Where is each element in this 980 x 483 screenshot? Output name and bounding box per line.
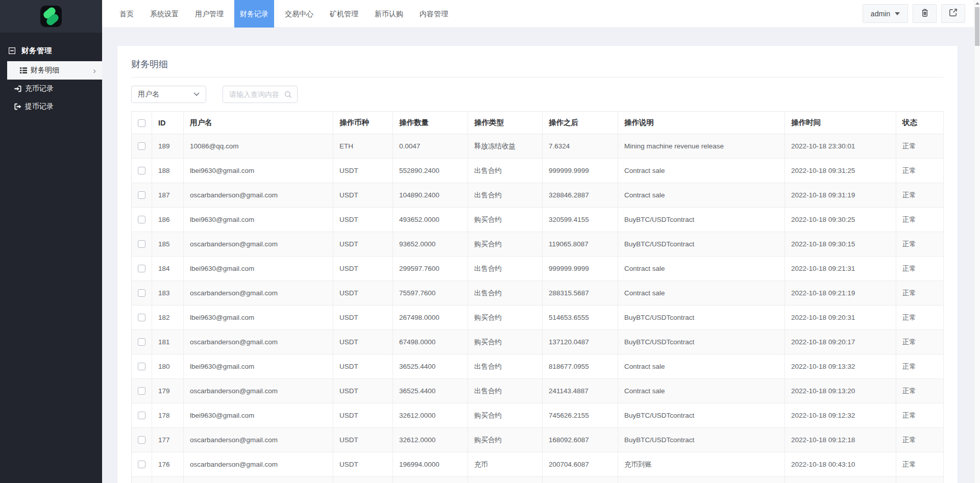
cell-status: 正常 — [896, 354, 944, 379]
cell-desc: Contract sale — [618, 281, 785, 306]
cell-id: 176 — [152, 452, 184, 477]
cell-amount: 93652.0000 — [393, 232, 468, 257]
sidebar-item-deposit-records[interactable]: 充币记录 — [0, 80, 102, 97]
cell-username: lbei9630@gmail.com — [184, 403, 333, 428]
row-select-cell — [132, 281, 152, 306]
cell-coin: USDT — [333, 403, 393, 428]
row-checkbox[interactable] — [138, 216, 145, 223]
nav-tab-3[interactable]: 财务记录 — [234, 0, 274, 28]
row-checkbox[interactable] — [138, 387, 145, 395]
cell-after: 288315.5687 — [543, 281, 618, 306]
scrollbar-up-arrow[interactable] — [974, 0, 980, 7]
row-checkbox[interactable] — [138, 289, 145, 297]
sidebar-item-withdraw-records[interactable]: 提币记录 — [0, 97, 102, 115]
row-checkbox[interactable] — [138, 167, 145, 174]
cell-coin: ETH — [333, 134, 393, 159]
row-checkbox[interactable] — [138, 338, 145, 346]
nav-tab-6[interactable]: 新币认购 — [369, 0, 409, 28]
row-checkbox[interactable] — [138, 265, 145, 272]
cell-username: lbei9630@gmail.com — [184, 354, 333, 379]
cell-desc: Contract sale — [618, 159, 785, 183]
cell-type: 出售合约 — [468, 257, 543, 281]
row-checkbox[interactable] — [138, 191, 145, 199]
cell-coin: USDT — [333, 232, 393, 257]
cell-desc: Contract sale — [618, 257, 785, 281]
trash-icon — [921, 8, 929, 19]
cell-after: 7.6324 — [543, 134, 618, 159]
row-select-cell — [132, 403, 152, 428]
cell-amount — [393, 477, 468, 483]
row-select-cell — [132, 477, 152, 483]
cell-time — [785, 477, 896, 483]
list-icon — [20, 67, 27, 74]
cell-id: 180 — [152, 354, 184, 379]
nav-tab-1[interactable]: 系统设置 — [144, 0, 184, 28]
cell-desc: BuyBTC/USDTcontract — [618, 428, 785, 452]
cell-id: 178 — [152, 403, 184, 428]
sidebar-item-finance-detail[interactable]: 财务明细 › — [7, 61, 102, 80]
cell-username: lbei9630@gmail.com — [184, 159, 333, 183]
sidebar-group-label: 财务管理 — [21, 46, 52, 56]
cell-amount: 75597.7600 — [393, 281, 468, 306]
cell-username: oscarbanderson@gmail.com — [184, 330, 333, 354]
row-select-cell — [132, 183, 152, 208]
row-checkbox[interactable] — [138, 314, 145, 321]
row-checkbox[interactable] — [138, 412, 145, 419]
records-table: ID用户名操作币种操作数量操作类型操作之后操作说明操作时间状态 18910086… — [131, 111, 944, 483]
select-all-checkbox[interactable] — [138, 119, 145, 127]
sidebar: 财务管理 财务明细 › 充币记录 提币记录 — [0, 0, 102, 483]
cell-username: lbei9630@gmail.com — [184, 257, 333, 281]
row-checkbox[interactable] — [138, 240, 145, 248]
export-button[interactable] — [941, 4, 965, 23]
row-select-cell — [132, 330, 152, 354]
cell-coin: USDT — [333, 281, 393, 306]
nav-tab-4[interactable]: 交易中心 — [279, 0, 319, 28]
column-header-5: 操作之后 — [543, 112, 618, 134]
cell-username: oscarbanderson@gmail.com — [184, 428, 333, 452]
content-card: 财务明细 用户名 — [117, 46, 958, 483]
row-checkbox[interactable] — [138, 461, 145, 468]
nav-tab-7[interactable]: 内容管理 — [414, 0, 454, 28]
cell-after: 999999.9999 — [543, 159, 618, 183]
column-header-7: 操作时间 — [785, 112, 896, 134]
cell-type: 购买合约 — [468, 330, 543, 354]
row-checkbox[interactable] — [138, 142, 145, 150]
row-checkbox[interactable] — [138, 436, 145, 444]
cell-type: 购买合约 — [468, 403, 543, 428]
logo-area — [0, 0, 102, 33]
cell-time: 2022-10-18 09:20:31 — [785, 306, 896, 330]
cell-desc: BuyBTC/USDTcontract — [618, 306, 785, 330]
user-menu-label: admin — [871, 10, 890, 18]
filter-field-select[interactable]: 用户名 — [131, 86, 206, 103]
row-select-cell — [132, 208, 152, 232]
cell-status — [896, 477, 944, 483]
cell-status: 正常 — [896, 379, 944, 403]
title-divider — [131, 77, 944, 78]
cell-coin: USDT — [333, 330, 393, 354]
row-select-cell — [132, 306, 152, 330]
cell-desc: BuyBTC/USDTcontract — [618, 403, 785, 428]
filter-row: 用户名 — [131, 86, 944, 103]
cell-type: 购买合约 — [468, 428, 543, 452]
cell-after: 818677.0955 — [543, 354, 618, 379]
cell-coin: USDT — [333, 428, 393, 452]
cell-type: 出售合约 — [468, 379, 543, 403]
nav-tab-2[interactable]: 用户管理 — [189, 0, 229, 28]
search-input[interactable] — [229, 90, 282, 98]
scrollbar-thumb[interactable] — [975, 7, 979, 46]
row-select-cell — [132, 452, 152, 477]
cell-id: 185 — [152, 232, 184, 257]
user-menu-button[interactable]: admin — [863, 4, 908, 23]
cell-amount: 32612.0000 — [393, 428, 468, 452]
cell-desc: BuyBTC/USDTcontract — [618, 232, 785, 257]
cell-id: 186 — [152, 208, 184, 232]
table-row: 183oscarbanderson@gmail.comUSDT75597.760… — [132, 281, 944, 306]
nav-tab-5[interactable]: 矿机管理 — [324, 0, 364, 28]
nav-tab-0[interactable]: 首页 — [114, 0, 139, 28]
cell-id: 188 — [152, 159, 184, 183]
caret-down-icon — [895, 12, 900, 15]
brand-logo[interactable] — [40, 6, 62, 27]
trash-button[interactable] — [913, 4, 937, 23]
sidebar-group-finance[interactable]: 财务管理 — [0, 40, 102, 61]
row-checkbox[interactable] — [138, 363, 145, 370]
